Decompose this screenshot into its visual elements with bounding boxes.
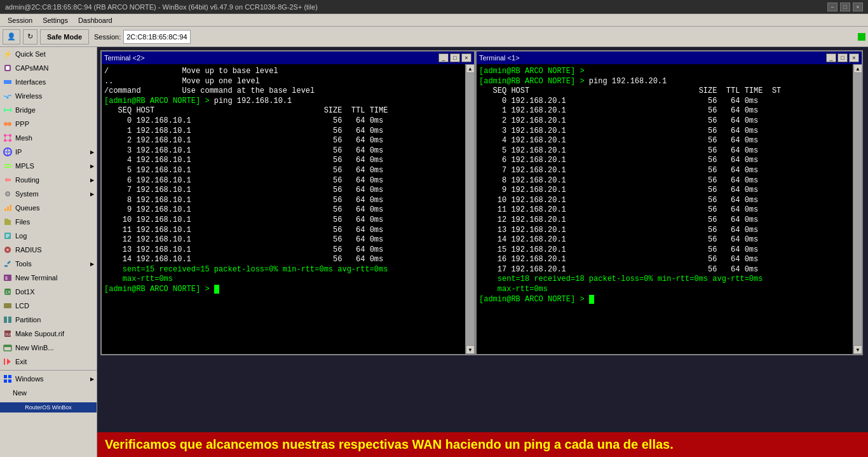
minimize-button[interactable]: − (827, 3, 837, 11)
svg-rect-44 (8, 317, 11, 323)
sidebar-item-files[interactable]: Files (0, 215, 97, 229)
make-supout-icon: SUP (3, 329, 13, 339)
sidebar-item-mpls[interactable]: MPLS (0, 159, 97, 173)
tools-icon (3, 259, 13, 269)
sidebar-item-ip[interactable]: IP (0, 145, 97, 159)
sidebar-label-bridge: Bridge (15, 106, 36, 114)
terminal-2-minimize[interactable]: _ (438, 53, 449, 62)
sidebar-label-mesh: Mesh (15, 134, 32, 142)
files-icon (3, 217, 13, 227)
sidebar-item-ppp[interactable]: PPP (0, 117, 97, 131)
terminal-1-scrollbar[interactable]: ▲ ▼ (853, 64, 862, 354)
toolbar-icon-btn[interactable]: 👤 (3, 29, 20, 44)
sidebar-label-ppp: PPP (15, 120, 29, 128)
sidebar-label-new: New (13, 389, 27, 397)
lcd-icon (3, 301, 13, 311)
title-text: admin@2C:C8:1B:65:8C:94 (RB ARCO NORTE) … (5, 3, 318, 11)
session-label: Session: (94, 33, 121, 41)
svg-rect-42 (4, 303, 11, 308)
terminal-1-title: Terminal <1> (479, 54, 825, 62)
sidebar-item-radius[interactable]: RADIUS (0, 243, 97, 257)
svg-text:SUP: SUP (5, 332, 12, 336)
sidebar-item-quick-set[interactable]: ⚡ Quick Set (0, 47, 97, 61)
refresh-icon: ↻ (27, 32, 33, 41)
title-bar: admin@2C:C8:1B:65:8C:94 (RB ARCO NORTE) … (0, 0, 868, 14)
sidebar-item-capsman[interactable]: CAPsMAN (0, 61, 97, 75)
svg-rect-7 (4, 108, 5, 112)
system-icon (3, 189, 13, 199)
svg-rect-29 (10, 205, 11, 211)
wireless-icon (3, 91, 13, 101)
sidebar-item-interfaces[interactable]: Interfaces (0, 75, 97, 89)
sidebar-item-make-supout[interactable]: SUP Make Supout.rif (0, 327, 97, 341)
svg-point-5 (7, 97, 9, 99)
sidebar-label-files: Files (15, 218, 30, 226)
sidebar-item-mesh[interactable]: Mesh (0, 131, 97, 145)
sidebar-item-routing[interactable]: Routing (0, 173, 97, 187)
sidebar-item-queues[interactable]: Queues (0, 201, 97, 215)
sidebar-item-windows[interactable]: Windows (0, 372, 97, 386)
sidebar-item-exit[interactable]: Exit (0, 355, 97, 369)
svg-rect-43 (4, 317, 7, 323)
terminal-2-scroll-track[interactable] (466, 73, 474, 345)
terminal-1-scroll-down[interactable]: ▼ (853, 345, 862, 354)
menu-session[interactable]: Session (3, 14, 37, 26)
svg-text:$: $ (5, 276, 8, 280)
svg-rect-27 (4, 208, 6, 211)
partition-icon (3, 315, 13, 325)
svg-rect-28 (7, 207, 9, 211)
menu-settings[interactable]: Settings (37, 14, 73, 26)
terminal-2-scroll-up[interactable]: ▲ (466, 64, 475, 73)
sidebar-label-wireless: Wireless (15, 92, 42, 100)
sidebar-label-new-winbox: New WinB... (15, 344, 54, 351)
ppp-icon (3, 119, 13, 129)
sidebar-label-interfaces: Interfaces (15, 78, 46, 86)
new-winbox-icon (3, 343, 13, 353)
sidebar-item-bridge[interactable]: Bridge (0, 103, 97, 117)
terminal-1-scroll-track[interactable] (853, 73, 862, 345)
title-bar-controls: − □ × (827, 3, 863, 11)
maximize-button[interactable]: □ (840, 3, 850, 11)
sidebar-label-tools: Tools (15, 260, 32, 268)
sidebar-item-partition[interactable]: Partition (0, 313, 97, 327)
refresh-button[interactable]: ↻ (23, 29, 37, 44)
sidebar-item-new[interactable]: New (0, 386, 97, 400)
ip-icon (3, 147, 13, 157)
menu-dashboard[interactable]: Dashboard (73, 14, 118, 26)
terminal-2-close[interactable]: × (461, 53, 471, 62)
sidebar-label-partition: Partition (15, 316, 41, 324)
sidebar-item-log[interactable]: Log (0, 229, 97, 243)
sidebar-item-new-winbox[interactable]: New WinB... (0, 341, 97, 355)
sidebar-label-mpls: MPLS (15, 162, 34, 170)
close-button[interactable]: × (853, 3, 863, 11)
terminal-1-content: [admin@RB ARCO NORTE] > [admin@RB ARCO N… (479, 67, 850, 304)
mesh-icon (3, 133, 13, 143)
terminal-2-scrollbar[interactable]: ▲ ▼ (465, 64, 474, 354)
terminal-1-scroll-up[interactable]: ▲ (853, 64, 862, 73)
terminal-1-body-container: [admin@RB ARCO NORTE] > [admin@RB ARCO N… (477, 64, 862, 354)
sidebar-label-quick-set: Quick Set (15, 50, 46, 58)
svg-rect-48 (4, 345, 11, 347)
sidebar-item-system[interactable]: System (0, 187, 97, 201)
toolbar: 👤 ↻ Safe Mode Session: 2C:C8:1B:65:8C:94 (0, 27, 868, 47)
sidebar-item-lcd[interactable]: LCD (0, 299, 97, 313)
terminal-1-body[interactable]: [admin@RB ARCO NORTE] > [admin@RB ARCO N… (477, 64, 853, 354)
terminal-1-close[interactable]: × (849, 53, 859, 62)
safe-mode-button[interactable]: Safe Mode (40, 29, 89, 44)
sidebar-item-new-terminal[interactable]: $ New Terminal (0, 271, 97, 285)
sidebar-label-log: Log (15, 232, 27, 240)
terminal-1-maximize[interactable]: □ (837, 53, 848, 62)
log-icon (3, 231, 13, 241)
sidebar-item-tools[interactable]: Tools (0, 257, 97, 271)
terminal-1-minimize[interactable]: _ (826, 53, 836, 62)
svg-rect-53 (8, 379, 11, 383)
sidebar-separator (0, 370, 97, 371)
terminal-2-scroll-down[interactable]: ▼ (466, 345, 475, 354)
sidebar-label-radius: RADIUS (15, 246, 42, 254)
terminal-2-body[interactable]: / Move up to base level .. Move up one l… (102, 64, 465, 354)
interfaces-icon (3, 77, 13, 87)
sidebar-item-dot1x[interactable]: 1X Dot1X (0, 285, 97, 299)
terminal-1-window: Terminal <1> _ □ × [admin@RB ARCO NORTE]… (475, 50, 863, 355)
terminal-2-maximize[interactable]: □ (450, 53, 460, 62)
sidebar-item-wireless[interactable]: Wireless (0, 89, 97, 103)
